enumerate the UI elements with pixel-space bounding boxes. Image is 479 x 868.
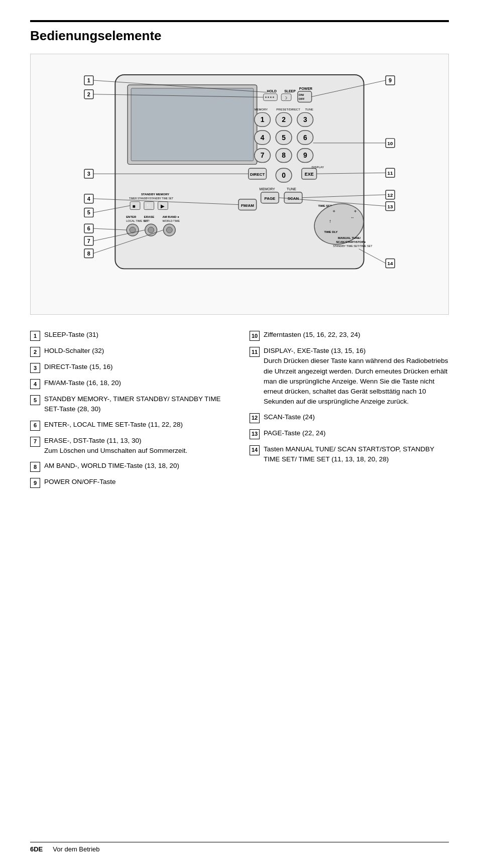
- svg-text:TUNE: TUNE: [305, 108, 313, 111]
- svg-text:8: 8: [282, 152, 286, 160]
- page-title: Bedienungselemente: [30, 28, 449, 44]
- desc-item: 3DIRECT-Taste (15, 16): [30, 362, 229, 373]
- svg-point-69: [148, 227, 154, 233]
- top-border: [30, 20, 449, 22]
- desc-item: 2HOLD-Schalter (32): [30, 346, 229, 357]
- svg-text:4: 4: [87, 196, 90, 202]
- desc-item-text: SLEEP-Taste (31): [44, 330, 98, 340]
- desc-item-num: 14: [250, 445, 260, 455]
- desc-item-text: POWER ON/OFF-Taste: [44, 477, 116, 487]
- desc-item: 13PAGE-Taste (22, 24): [250, 428, 449, 439]
- desc-item-text: SCAN-Taste (24): [264, 412, 315, 422]
- svg-text:HOLD: HOLD: [267, 89, 277, 93]
- svg-text:0: 0: [282, 171, 286, 179]
- svg-text:ENTER: ENTER: [126, 215, 137, 218]
- desc-col-left: 1SLEEP-Taste (31)2HOLD-Schalter (32)3DIR…: [30, 330, 229, 493]
- svg-text:POWER: POWER: [299, 87, 312, 90]
- desc-item-num: 4: [30, 379, 40, 389]
- svg-text:2: 2: [87, 91, 90, 97]
- svg-text:9: 9: [389, 77, 392, 83]
- svg-text:8: 8: [87, 251, 90, 257]
- svg-text:2: 2: [282, 115, 286, 123]
- desc-item-text: PAGE-Taste (22, 24): [264, 428, 326, 438]
- svg-text:↔: ↔: [350, 215, 354, 220]
- svg-text:↑: ↑: [329, 218, 331, 224]
- desc-item-num: 12: [250, 413, 260, 423]
- svg-text:5: 5: [282, 134, 286, 142]
- svg-text:STANDBY  MEMORY: STANDBY MEMORY: [141, 193, 169, 196]
- desc-item-text: ERASE-, DST-Taste (11, 13, 30)Zum Lösche…: [44, 436, 187, 456]
- svg-point-8: [270, 96, 272, 98]
- svg-text:■: ■: [133, 203, 136, 209]
- svg-text:6: 6: [303, 134, 307, 142]
- svg-text:5: 5: [87, 209, 90, 215]
- svg-text:SCAN START/STOP●: SCAN START/STOP●: [336, 240, 366, 243]
- svg-text:EXE: EXE: [305, 172, 314, 177]
- svg-text:13: 13: [388, 204, 394, 209]
- desc-item-num: 3: [30, 363, 40, 373]
- svg-point-9: [273, 96, 274, 98]
- svg-point-71: [166, 227, 172, 233]
- desc-item: 1SLEEP-Taste (31): [30, 330, 229, 341]
- desc-item-text: ENTER-, LOCAL TIME SET-Taste (11, 22, 28…: [44, 420, 183, 430]
- desc-item: 12SCAN-Taste (24): [250, 412, 449, 423]
- svg-text:ON/: ON/: [299, 93, 304, 96]
- svg-text:+: +: [332, 208, 335, 214]
- desc-item-num: 5: [30, 395, 40, 405]
- desc-item-text: FM/AM-Taste (16, 18, 20): [44, 378, 121, 388]
- svg-text:PRESET/DIRECT: PRESET/DIRECT: [276, 108, 300, 111]
- svg-text:ERASE: ERASE: [144, 215, 154, 218]
- desc-col-right: 10Zifferntasten (15, 16, 22, 23, 24)11DI…: [250, 330, 449, 493]
- svg-text:6: 6: [87, 225, 90, 231]
- desc-item-num: 1: [30, 331, 40, 341]
- svg-text:FM/AM: FM/AM: [241, 203, 254, 208]
- svg-text:1: 1: [261, 115, 265, 123]
- svg-text:PAGE: PAGE: [265, 196, 276, 201]
- svg-text:4: 4: [261, 134, 265, 142]
- desc-item-num: 6: [30, 421, 40, 431]
- svg-text:MEMORY: MEMORY: [260, 187, 275, 191]
- svg-text:12: 12: [388, 192, 394, 198]
- footer-section-label: Vor dem Betrieb: [53, 845, 99, 853]
- svg-text:3: 3: [303, 115, 307, 123]
- desc-item: 14Tasten MANUAL TUNE/ SCAN START/STOP, S…: [250, 444, 449, 465]
- svg-text:SLEEP: SLEEP: [284, 89, 296, 93]
- desc-item-text: HOLD-Schalter (32): [44, 346, 104, 356]
- svg-text:TIME DLY: TIME DLY: [324, 230, 337, 233]
- svg-text:11: 11: [388, 170, 394, 176]
- svg-text:TUNE: TUNE: [287, 187, 296, 191]
- svg-point-6: [265, 96, 267, 98]
- svg-text:+: +: [354, 208, 357, 214]
- svg-text:DST: DST: [144, 219, 150, 222]
- desc-item-num: 7: [30, 437, 40, 447]
- desc-item-text: AM BAND-, WORLD TIME-Taste (13, 18, 20): [44, 461, 179, 471]
- desc-item-text: Tasten MANUAL TUNE/ SCAN START/STOP, STA…: [264, 444, 449, 465]
- svg-text:☽: ☽: [284, 96, 287, 100]
- desc-item: 7ERASE-, DST-Taste (11, 13, 30)Zum Lösch…: [30, 436, 229, 456]
- svg-text:▶: ▶: [161, 203, 165, 209]
- device-diagram: HOLD SLEEP ☽ POWER ON/ OFF MEMORY PRESET…: [30, 54, 449, 315]
- svg-text:9: 9: [303, 152, 307, 160]
- desc-item-text: DIRECT-Taste (15, 16): [44, 362, 113, 372]
- svg-text:OFF: OFF: [299, 97, 305, 100]
- svg-text:WORLD TIME: WORLD TIME: [162, 219, 180, 222]
- svg-text:⬜: ⬜: [147, 204, 152, 209]
- desc-item: 10Zifferntasten (15, 16, 22, 23, 24): [250, 330, 449, 341]
- diagram-svg: HOLD SLEEP ☽ POWER ON/ OFF MEMORY PRESET…: [31, 54, 448, 314]
- desc-item-num: 2: [30, 347, 40, 357]
- svg-text:1: 1: [87, 77, 90, 83]
- svg-text:STANDBY TIME SET/TIME SET: STANDBY TIME SET/TIME SET: [333, 244, 373, 247]
- desc-item: 8AM BAND-, WORLD TIME-Taste (13, 18, 20): [30, 461, 229, 472]
- desc-item-text: Zifferntasten (15, 16, 22, 23, 24): [264, 330, 361, 340]
- desc-item-num: 11: [250, 347, 260, 357]
- svg-text:7: 7: [261, 152, 265, 160]
- svg-text:7: 7: [87, 238, 90, 244]
- page-container: Bedienungselemente HOLD SLEEP ☽ PO: [0, 0, 479, 868]
- desc-item-num: 8: [30, 462, 40, 472]
- svg-text:MANUAL TUNE/: MANUAL TUNE/: [338, 236, 361, 239]
- svg-text:TIMER STANDBY/STANDBY TIME SET: TIMER STANDBY/STANDBY TIME SET: [129, 197, 173, 200]
- desc-item-text: STANDBY MEMORY-, TIMER STANDBY/ STANDBY …: [44, 394, 229, 415]
- desc-item: 9POWER ON/OFF-Taste: [30, 477, 229, 488]
- desc-item-num: 13: [250, 429, 260, 439]
- svg-text:14: 14: [388, 261, 394, 266]
